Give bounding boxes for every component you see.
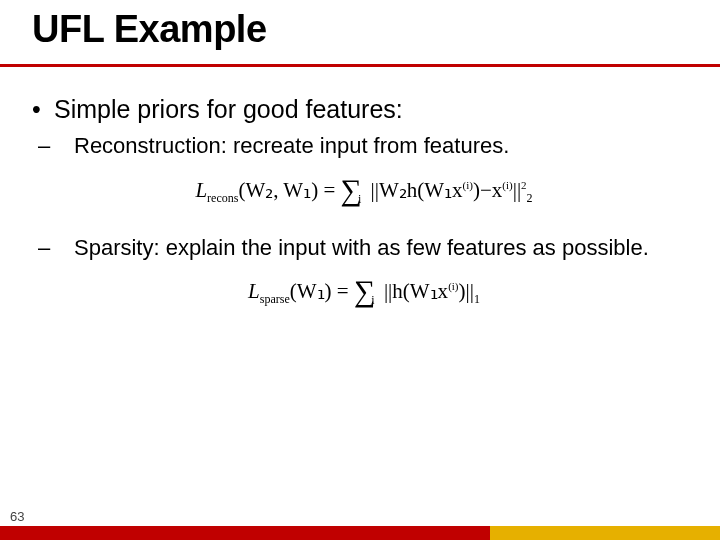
bullet-level1: •Simple priors for good features:	[32, 94, 696, 124]
footer-bar	[0, 526, 720, 540]
equation-recons: Lrecons(W₂, W₁) = ∑i ||W₂h(W₁x(i))−x(i)|…	[32, 170, 696, 206]
bullet-dot-icon: •	[32, 94, 54, 124]
title-underline	[0, 64, 720, 67]
dash-icon: –	[56, 132, 74, 160]
bullet-level2-recons: –Reconstruction: recreate input from fea…	[74, 132, 696, 160]
bullet-level2-recons-text: Reconstruction: recreate input from feat…	[74, 133, 509, 158]
content-area: •Simple priors for good features: –Recon…	[32, 94, 696, 335]
slide-title: UFL Example	[32, 8, 267, 51]
bullet-level2-sparsity-text: Sparsity: explain the input with as few …	[74, 235, 649, 260]
dash-icon: –	[56, 234, 74, 262]
bullet-level1-text: Simple priors for good features:	[54, 95, 403, 123]
equation-sparse: Lsparse(W₁) = ∑i ||h(W₁x(i))||1	[32, 271, 696, 307]
page-number: 63	[10, 509, 24, 524]
bullet-level2-sparsity: –Sparsity: explain the input with as few…	[74, 234, 696, 262]
